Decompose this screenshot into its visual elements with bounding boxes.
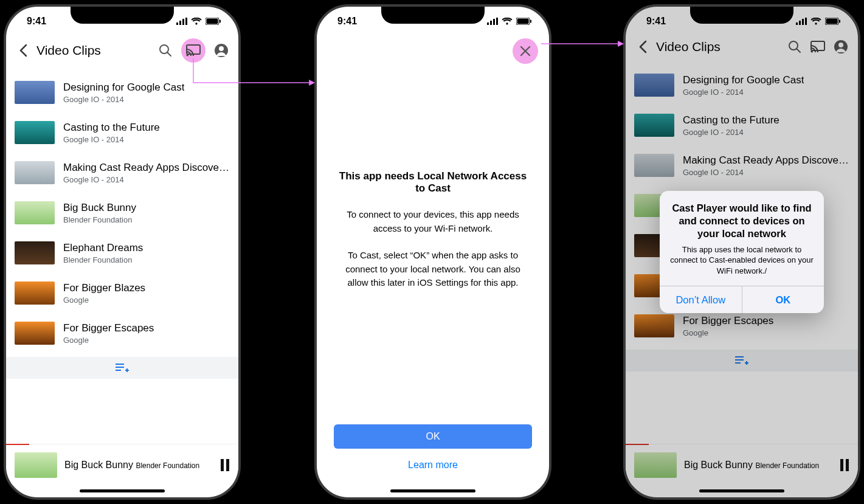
- svg-rect-3: [185, 18, 187, 25]
- home-indicator[interactable]: [699, 489, 784, 492]
- svg-rect-35: [839, 20, 840, 23]
- info-paragraph-1: To connect to your devices, this app nee…: [336, 208, 530, 235]
- list-item[interactable]: Elephant DreamsBlender Foundation: [6, 233, 238, 273]
- svg-rect-29: [796, 22, 798, 25]
- list-item[interactable]: Designing for Google CastGoogle IO - 201…: [6, 72, 238, 112]
- now-playing-thumbnail: [15, 452, 57, 478]
- wifi-icon: [502, 18, 513, 25]
- svg-point-12: [219, 46, 224, 51]
- local-network-alert: Cast Player would like to find and conne…: [660, 191, 824, 314]
- now-playing-bar[interactable]: Big Buck Bunny Blender Foundation: [6, 444, 238, 485]
- learn-more-link[interactable]: Learn more: [334, 460, 532, 471]
- video-title: Big Buck Bunny: [63, 202, 136, 214]
- svg-rect-6: [219, 20, 221, 23]
- video-title: Making Cast Ready Apps Discover...: [63, 162, 230, 174]
- svg-rect-18: [221, 459, 224, 471]
- battery-icon: [516, 18, 532, 25]
- svg-rect-34: [826, 19, 838, 24]
- wifi-icon: [191, 18, 202, 25]
- list-item[interactable]: For Bigger EscapesGoogle: [6, 313, 238, 353]
- search-icon[interactable]: [157, 42, 174, 59]
- list-item[interactable]: Making Cast Ready Apps Discover...Google…: [6, 153, 238, 193]
- alert-title: Cast Player would like to find and conne…: [669, 202, 814, 241]
- wifi-icon: [810, 18, 821, 25]
- pause-icon[interactable]: [220, 459, 230, 471]
- svg-rect-20: [487, 22, 489, 25]
- thumbnail: [15, 322, 55, 345]
- status-time: 9:41: [337, 16, 357, 27]
- cast-icon[interactable]: [181, 38, 206, 63]
- cellular-icon: [796, 18, 807, 25]
- home-indicator[interactable]: [390, 489, 475, 492]
- status-right: [487, 18, 532, 25]
- svg-rect-21: [490, 21, 492, 25]
- ok-button[interactable]: OK: [334, 424, 532, 449]
- thumbnail: [15, 241, 55, 264]
- thumbnail: [15, 201, 55, 224]
- svg-rect-5: [207, 19, 218, 24]
- svg-rect-0: [176, 22, 178, 25]
- video-subtitle: Google: [63, 336, 154, 345]
- status-time: 9:41: [27, 16, 46, 27]
- thumbnail: [15, 121, 55, 144]
- status-right: [176, 18, 221, 25]
- svg-rect-31: [802, 19, 804, 25]
- phone-info: 9:41 This app needs Local Network Access…: [314, 4, 551, 500]
- cellular-icon: [487, 18, 498, 25]
- info-heading: This app needs Local Network Access to C…: [336, 170, 530, 195]
- svg-rect-22: [493, 19, 495, 25]
- video-subtitle: Blender Foundation: [63, 215, 136, 224]
- video-subtitle: Google IO - 2014: [63, 95, 184, 104]
- svg-rect-32: [805, 18, 807, 25]
- video-title: Elephant Dreams: [63, 242, 143, 254]
- progress-indicator: [6, 444, 29, 445]
- back-icon[interactable]: [15, 42, 32, 59]
- account-icon[interactable]: [213, 42, 230, 59]
- close-button[interactable]: [513, 38, 538, 64]
- list-item[interactable]: Big Buck BunnyBlender Foundation: [6, 193, 238, 233]
- list-item[interactable]: For Bigger BlazesGoogle: [6, 273, 238, 313]
- thumbnail: [15, 281, 55, 305]
- svg-rect-26: [530, 20, 531, 23]
- svg-rect-2: [182, 19, 184, 25]
- video-subtitle: Google: [63, 295, 145, 305]
- page-title: Video Clips: [36, 43, 151, 58]
- status-bar: 9:41: [317, 7, 549, 36]
- info-paragraph-2: To Cast, select “OK” when the app asks t…: [336, 249, 530, 290]
- video-title: Designing for Google Cast: [63, 81, 184, 94]
- home-indicator[interactable]: [80, 489, 165, 492]
- battery-icon: [825, 18, 841, 25]
- now-playing-subtitle: Blender Foundation: [136, 461, 199, 470]
- video-list[interactable]: Designing for Google CastGoogle IO - 201…: [6, 72, 238, 353]
- svg-rect-30: [799, 21, 801, 25]
- info-body: This app needs Local Network Access to C…: [317, 36, 549, 424]
- list-item[interactable]: Casting to the FutureGoogle IO - 2014: [6, 112, 238, 153]
- svg-rect-23: [496, 18, 498, 25]
- svg-line-8: [168, 53, 171, 57]
- close-icon: [520, 46, 531, 57]
- svg-rect-25: [517, 19, 529, 24]
- video-subtitle: Google IO - 2014: [63, 175, 230, 184]
- video-title: For Bigger Escapes: [63, 322, 154, 334]
- phone-alert: 9:41 Video Clips Designing for Google Ca…: [623, 4, 860, 500]
- svg-rect-19: [226, 459, 229, 471]
- alert-ok-button[interactable]: OK: [742, 286, 824, 313]
- thumbnail: [15, 161, 55, 184]
- phone-list: 9:41 Video Clips Designing for Google Ca…: [4, 4, 241, 500]
- queue-bar[interactable]: [6, 357, 238, 379]
- status-right: [796, 18, 841, 25]
- status-bar: 9:41: [626, 7, 858, 36]
- status-time: 9:41: [646, 16, 666, 27]
- alert-deny-button[interactable]: Don’t Allow: [660, 286, 742, 313]
- now-playing-title: Big Buck Bunny: [64, 460, 133, 470]
- video-title: Casting to the Future: [63, 122, 160, 134]
- video-subtitle: Google IO - 2014: [63, 135, 160, 144]
- svg-point-10: [186, 54, 188, 57]
- cellular-icon: [176, 18, 187, 25]
- video-subtitle: Blender Foundation: [63, 255, 143, 264]
- video-title: For Bigger Blazes: [63, 282, 145, 294]
- thumbnail: [15, 81, 55, 104]
- status-bar: 9:41: [6, 7, 238, 36]
- svg-rect-1: [179, 21, 181, 25]
- app-bar: Video Clips: [6, 36, 238, 72]
